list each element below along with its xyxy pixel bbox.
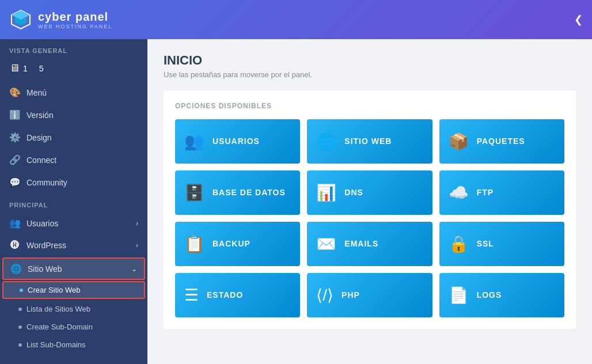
emails-icon: ✉️ <box>316 234 336 253</box>
sidebar-stats: 🖥 1 5 <box>0 58 147 81</box>
sidebar-item-wordpress-label: WordPress <box>26 241 66 250</box>
card-emails[interactable]: ✉️EMAILS <box>307 222 432 266</box>
usuarios-icon: 👥 <box>184 132 204 151</box>
logo-text: cyber panel WEB HOSTING PANEL <box>38 10 112 29</box>
version-icon: ℹ️ <box>9 109 21 120</box>
sitio-web-icon: 🌐 <box>10 263 22 274</box>
sidebar-sub-crear-sitio[interactable]: Crear Sitio Web <box>2 281 145 299</box>
usuarios-label: USUARIOS <box>212 136 260 146</box>
php-icon: ⟨/⟩ <box>316 286 333 305</box>
stat1-value: 1 <box>23 64 28 73</box>
logs-icon: 📄 <box>449 286 469 305</box>
sidebar-item-usuarios[interactable]: 👥 Usuarios › <box>0 212 147 234</box>
card-ftp[interactable]: ☁️FTP <box>439 170 564 215</box>
crear-sitio-container: Crear Sitio Web Crear Sitio Web <box>0 281 147 299</box>
logs-label: LOGS <box>477 290 502 300</box>
card-usuarios[interactable]: 👥USUARIOS <box>175 119 300 164</box>
logo-icon <box>9 8 32 31</box>
main-layout: VISTA GENERAL 🖥 1 5 🎨 Menú ℹ️ Versión ⚙️… <box>0 39 592 364</box>
lista-sitios-label: Lista de Sitios Web <box>26 305 90 313</box>
logo-area: cyber panel WEB HOSTING PANEL <box>9 8 112 31</box>
ftp-label: FTP <box>477 187 494 198</box>
estado-icon: ☰ <box>184 286 199 305</box>
sidebar-item-sitio-web-label: Sitio Web <box>28 264 62 274</box>
create-subdomain-dot <box>18 325 22 329</box>
card-ssl[interactable]: 🔒SSL <box>439 222 564 266</box>
php-label: PHP <box>341 290 360 300</box>
connect-icon: 🔗 <box>9 154 21 165</box>
ssl-label: SSL <box>477 238 494 249</box>
emails-label: EMAILS <box>344 238 378 249</box>
menu-icon: 🎨 <box>9 87 21 98</box>
lista-sitios-dot <box>18 308 22 311</box>
sidebar-item-sitio-web[interactable]: 🌐 Sitio Web ⌄ <box>2 257 145 280</box>
computer-icon: 🖥 <box>9 62 20 74</box>
sidebar-section-vista: VISTA GENERAL <box>0 39 147 58</box>
dns-icon: 📊 <box>316 183 336 202</box>
stat2-value: 5 <box>39 64 44 73</box>
sidebar-item-usuarios-label: Usuarios <box>26 219 58 228</box>
sidebar-item-community[interactable]: 💬 Community <box>0 171 147 194</box>
list-subdomains-dot <box>18 343 22 347</box>
options-grid: 👥USUARIOS🌐SITIO WEB📦PAQUETES🗄️BASE DE DA… <box>175 119 564 317</box>
page-subtitle: Use las pestañas para moverse por el pan… <box>164 70 576 79</box>
sidebar-item-connect[interactable]: 🔗 Connect <box>0 149 147 171</box>
card-sitio-web[interactable]: 🌐SITIO WEB <box>307 119 432 164</box>
backup-label: BACKUP <box>212 238 251 249</box>
logo-sub: WEB HOSTING PANEL <box>38 24 112 29</box>
card-backup[interactable]: 📋BACKUP <box>175 222 300 266</box>
paquetes-icon: 📦 <box>449 132 469 151</box>
community-icon: 💬 <box>9 177 21 188</box>
sidebar-item-version-label: Versión <box>26 111 54 120</box>
sidebar-item-version[interactable]: ℹ️ Versión <box>0 104 147 126</box>
sidebar-item-menu-label: Menú <box>26 88 47 97</box>
crear-sitio-label: Crear Sitio Web <box>28 286 81 294</box>
card-php[interactable]: ⟨/⟩PHP <box>307 273 432 317</box>
page-title: INICIO <box>164 53 576 68</box>
sidebar-item-wordpress[interactable]: 🅦 WordPress › <box>0 234 147 256</box>
sidebar-item-connect-label: Connect <box>26 156 56 165</box>
card-base-datos[interactable]: 🗄️BASE DE DATOS <box>175 170 300 215</box>
ssl-icon: 🔒 <box>449 234 469 253</box>
sidebar-toggle[interactable]: ❮ <box>574 13 583 26</box>
base-datos-label: BASE DE DATOS <box>212 187 286 198</box>
ftp-icon: ☁️ <box>449 183 469 202</box>
logo-name: cyber panel <box>38 10 112 24</box>
sidebar-sub-create-subdomain[interactable]: Create Sub-Domain <box>0 318 147 336</box>
sidebar-item-design-label: Design <box>26 133 52 142</box>
crear-sitio-dot <box>20 289 23 292</box>
card-dns[interactable]: 📊DNS <box>307 170 432 215</box>
sidebar-sub-list-subdomains[interactable]: List Sub-Domains <box>0 336 147 354</box>
stat-users: 5 <box>39 64 44 73</box>
sidebar-sub-lista-sitios[interactable]: Lista de Sitios Web <box>0 300 147 318</box>
sidebar-item-menu[interactable]: 🎨 Menú <box>0 81 147 104</box>
base-datos-icon: 🗄️ <box>184 183 204 202</box>
sidebar-item-design[interactable]: ⚙️ Design <box>0 126 147 149</box>
sidebar: VISTA GENERAL 🖥 1 5 🎨 Menú ℹ️ Versión ⚙️… <box>0 39 147 364</box>
options-title: OPCIONES DISPONIBLES <box>175 102 564 110</box>
paquetes-label: PAQUETES <box>477 136 525 146</box>
estado-label: ESTADO <box>207 290 243 300</box>
svg-marker-2 <box>12 10 30 20</box>
card-paquetes[interactable]: 📦PAQUETES <box>439 119 564 164</box>
sitio-web-icon: 🌐 <box>316 132 336 151</box>
design-icon: ⚙️ <box>9 132 21 143</box>
usuarios-chevron: › <box>136 219 138 227</box>
sitio-web-chevron: ⌄ <box>131 265 137 273</box>
wordpress-icon: 🅦 <box>9 240 21 251</box>
stat-computers: 🖥 1 <box>9 62 28 74</box>
dns-label: DNS <box>344 187 363 198</box>
content-area: INICIO Use las pestañas para moverse por… <box>147 39 592 364</box>
sidebar-item-community-label: Community <box>26 178 67 187</box>
wordpress-chevron: › <box>136 241 138 249</box>
backup-icon: 📋 <box>184 234 204 253</box>
sidebar-section-principal: PRINCIPAL <box>0 194 147 212</box>
header: cyber panel WEB HOSTING PANEL ❮ <box>0 0 592 39</box>
create-subdomain-label: Create Sub-Domain <box>26 323 93 331</box>
usuarios-icon: 👥 <box>9 218 21 229</box>
options-panel: OPCIONES DISPONIBLES 👥USUARIOS🌐SITIO WEB… <box>164 90 576 329</box>
card-logs[interactable]: 📄LOGS <box>439 273 564 317</box>
sitio-web-label: SITIO WEB <box>344 136 392 146</box>
card-estado[interactable]: ☰ESTADO <box>175 273 300 317</box>
list-subdomains-label: List Sub-Domains <box>26 340 86 349</box>
